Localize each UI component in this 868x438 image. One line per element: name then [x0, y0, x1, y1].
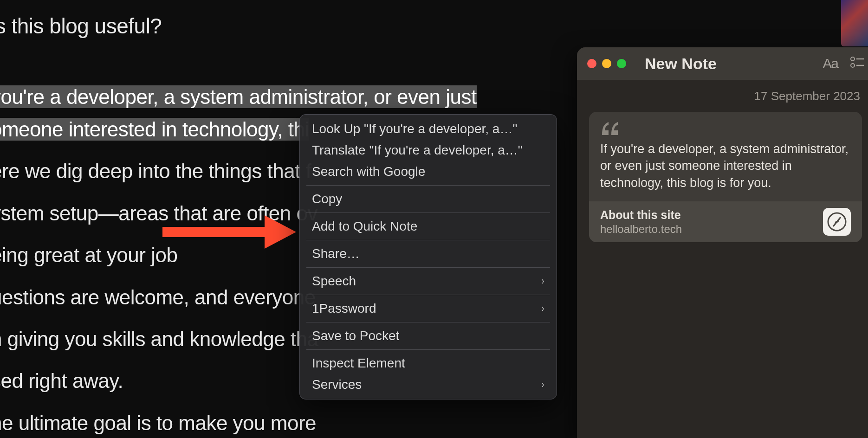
menu-item-1password[interactable]: 1Password › [300, 298, 557, 319]
quote-card[interactable]: If you're a developer, a system administ… [589, 112, 862, 242]
notes-window[interactable]: New Note Aa 17 September 2023 [577, 47, 868, 438]
decorative-corner [841, 0, 868, 46]
menu-item-speech[interactable]: Speech › [300, 271, 557, 292]
menu-item-share[interactable]: Share… [300, 243, 557, 264]
notes-titlebar[interactable]: New Note Aa [577, 47, 868, 80]
format-button[interactable]: Aa [823, 56, 838, 71]
menu-separator [306, 213, 550, 213]
quote-source-domain: helloalberto.tech [600, 223, 682, 236]
menu-separator [306, 349, 550, 350]
context-menu[interactable]: Look Up "If you're a developer, a…" Tran… [299, 114, 557, 399]
svg-point-4 [851, 64, 855, 67]
blog-heading: is this blog useful? [0, 9, 520, 44]
blog-paragraph: he ultimate goal is to make you more [0, 407, 520, 438]
zoom-window-button[interactable] [617, 59, 626, 68]
menu-separator [306, 322, 550, 322]
menu-separator [306, 185, 550, 186]
quote-source[interactable]: About this site helloalberto.tech [589, 201, 862, 242]
menu-item-add-quick-note[interactable]: Add to Quick Note [300, 216, 557, 237]
menu-separator [306, 267, 550, 268]
menu-item-translate[interactable]: Translate "If you're a developer, a…" [300, 140, 557, 161]
menu-separator [306, 240, 550, 240]
chevron-right-icon: › [542, 275, 544, 287]
chevron-right-icon: › [542, 379, 544, 391]
note-date: 17 September 2023 [589, 89, 862, 103]
notes-body[interactable]: 17 September 2023 If you're a developer,… [577, 80, 868, 438]
window-traffic-lights[interactable] [587, 59, 626, 68]
menu-item-save-pocket[interactable]: Save to Pocket [300, 325, 557, 347]
quote-mark-icon [600, 121, 851, 135]
menu-separator [306, 295, 550, 295]
checklist-button[interactable] [850, 56, 864, 71]
quote-source-title: About this site [600, 208, 682, 222]
menu-item-copy[interactable]: Copy [300, 188, 557, 210]
close-window-button[interactable] [587, 59, 596, 68]
menu-item-services[interactable]: Services › [300, 374, 557, 395]
quote-text: If you're a developer, a system administ… [600, 141, 851, 191]
menu-item-inspect-element[interactable]: Inspect Element [300, 353, 557, 374]
svg-point-2 [851, 57, 855, 61]
safari-icon [823, 208, 851, 236]
chevron-right-icon: › [542, 303, 544, 315]
checklist-icon [850, 56, 864, 68]
minimize-window-button[interactable] [602, 59, 611, 68]
notes-window-title: New Note [645, 55, 817, 73]
menu-item-search-google[interactable]: Search with Google [300, 161, 557, 182]
menu-item-lookup[interactable]: Look Up "If you're a developer, a…" [300, 118, 557, 140]
